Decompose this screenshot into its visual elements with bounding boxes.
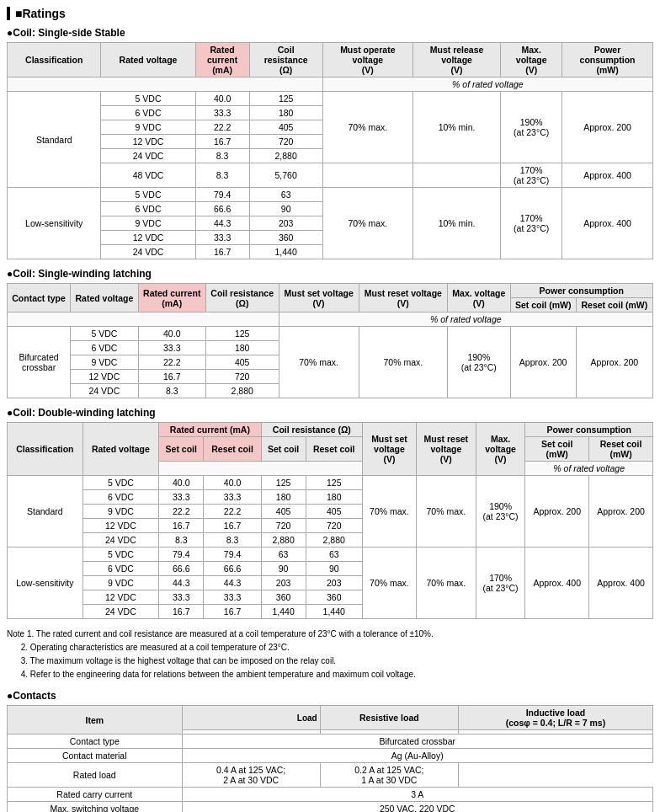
col-max-voltage: Max.voltage(V) (501, 43, 562, 77)
pct-note-single (8, 77, 323, 92)
res-low-1: 63 (249, 188, 322, 202)
dwl-set-coil-curr: Set coil (159, 437, 204, 462)
voltage-low-3: 9 VDC (101, 216, 195, 231)
swl-contact-type: Contact type (8, 284, 71, 313)
dwl-low-sr2: 90 (261, 562, 306, 576)
dwl-low-rr4: 360 (306, 590, 362, 605)
contacts-switching-voltage-val: 250 VAC, 220 VDC (182, 802, 652, 813)
note-1: Note 1. The rated current and coil resis… (7, 628, 653, 641)
contacts-rated-load-resistive: 0.4 A at 125 VAC;2 A at 30 VDC (182, 763, 320, 788)
operate-low: 70% max. (322, 188, 412, 259)
maxv-low: 170%(at 23°C) (501, 188, 562, 259)
current-std-1: 40.0 (195, 92, 249, 106)
dwl-low-sr3: 203 (261, 576, 306, 590)
dwl-low-class: Low-sensitivity (8, 548, 83, 619)
maxv-std: 190%(at 23°C) (501, 92, 562, 163)
swl-set-power: Approx. 200 (510, 327, 576, 398)
note-2: 2. Operating characteristics are measure… (7, 641, 653, 654)
contacts-load-col: Load (182, 706, 320, 730)
dwl-low-sc4: 33.3 (159, 590, 204, 605)
contacts-type-label: Contact type (8, 735, 183, 749)
dwl-std-class: Standard (8, 476, 83, 548)
current-low-2: 66.6 (195, 202, 249, 216)
dwl-std-must-set: 70% max. (362, 476, 416, 548)
voltage-std-3: 9 VDC (101, 120, 195, 135)
dwl-low-rr2: 90 (306, 562, 362, 576)
dwl-low-sc2: 66.6 (159, 562, 204, 576)
dwl-low-sr1: 63 (261, 548, 306, 562)
pct-note-single-val: % of rated voltage (322, 77, 652, 92)
release-std: 10% min. (412, 92, 501, 163)
swl-c3: 22.2 (138, 355, 205, 370)
swl-rated-current: Rated current(mA) (138, 284, 205, 313)
current-std-6: 8.3 (195, 163, 249, 188)
voltage-low-4: 12 VDC (101, 231, 195, 245)
contacts-material-val: Ag (Au-Alloy) (182, 749, 652, 763)
dwl-low-sr4: 360 (261, 590, 306, 605)
dwl-std-sr5: 2,880 (261, 533, 306, 548)
contacts-carry-val: 3 A (182, 788, 652, 802)
swl-r2: 180 (205, 341, 279, 355)
contacts-carry-label: Rated carry current (8, 788, 183, 802)
res-std-4: 720 (249, 135, 322, 149)
dwl-classification: Classification (8, 423, 83, 476)
res-low-4: 360 (249, 231, 322, 245)
section-title: ■Ratings (7, 7, 653, 20)
dwl-std-sc4: 16.7 (159, 519, 204, 533)
dwl-low-rr3: 203 (306, 576, 362, 590)
current-low-5: 16.7 (195, 245, 249, 259)
maxv-std-6: 170%(at 23°C) (501, 163, 562, 188)
dwl-max-voltage: Max.voltage(V) (476, 423, 525, 476)
dwl-low-sc1: 79.4 (159, 548, 204, 562)
dwl-reset-coil-mw: Reset coil(mW) (589, 437, 653, 462)
dwl-low-must-set: 70% max. (362, 548, 416, 619)
voltage-std-4: 12 VDC (101, 135, 195, 149)
dwl-set-coil-mw: Set coil(mW) (525, 437, 589, 462)
res-std-1: 125 (249, 92, 322, 106)
dwl-low-rc3: 44.3 (204, 576, 261, 590)
dwl-std-rc1: 40.0 (204, 476, 261, 490)
dwl-std-v3: 9 VDC (82, 505, 158, 519)
dwl-std-rc3: 22.2 (204, 505, 261, 519)
col-must-operate: Must operatevoltage(V) (322, 43, 412, 77)
dwl-low-v4: 12 VDC (82, 590, 158, 605)
dwl-reset-coil-curr: Reset coil (204, 437, 261, 462)
release-std-6 (412, 163, 501, 188)
notes-section: Note 1. The rated current and coil resis… (7, 628, 653, 681)
dwl-pct-val: % of rated voltage (525, 462, 653, 476)
contacts-inductive-col: Inductive load(cosφ = 0.4; L/R = 7 ms) (458, 706, 652, 730)
dwl-std-rr2: 180 (306, 490, 362, 505)
dwl-std-sr3: 405 (261, 505, 306, 519)
contacts-switching-voltage-label: Max. switching voltage (8, 802, 183, 813)
dwl-low-sr5: 1,440 (261, 605, 306, 619)
contacts-material-label: Contact material (8, 749, 183, 763)
note-3: 3. The maximum voltage is the highest vo… (7, 654, 653, 668)
dwl-low-rc5: 16.7 (204, 605, 261, 619)
power-std-6: Approx. 400 (562, 163, 653, 188)
dwl-std-v5: 24 VDC (82, 533, 158, 548)
dwl-power-header: Power consumption (525, 423, 653, 437)
contacts-table: Item Load Resistive load Inductive load(… (7, 705, 653, 812)
dwl-low-rr5: 1,440 (306, 605, 362, 619)
dwl-std-sc3: 22.2 (159, 505, 204, 519)
swl-r1: 125 (205, 327, 279, 341)
dwl-rated-current-header: Rated current (mA) (159, 423, 262, 437)
dwl-std-rc4: 16.7 (204, 519, 261, 533)
swl-r3: 405 (205, 355, 279, 370)
swl-v5: 24 VDC (71, 384, 139, 398)
swl-set-coil: Set coil (mW) (510, 298, 576, 313)
swl-r4: 720 (205, 370, 279, 384)
coil-single-side-table: Classification Rated voltage Ratedcurren… (7, 42, 653, 259)
dwl-low-rc2: 66.6 (204, 562, 261, 576)
swl-c4: 16.7 (138, 370, 205, 384)
swl-reset-power: Approx. 200 (576, 327, 652, 398)
voltage-std-1: 5 VDC (101, 92, 195, 106)
dwl-std-sr1: 125 (261, 476, 306, 490)
current-low-4: 33.3 (195, 231, 249, 245)
dwl-low-reset-power: Approx. 400 (589, 548, 653, 619)
res-std-6: 5,760 (249, 163, 322, 188)
coil-single-winding-table: Contact type Rated voltage Rated current… (7, 283, 653, 398)
power-std: Approx. 200 (562, 92, 653, 163)
swl-pct-note (8, 313, 279, 327)
swl-rated-voltage: Rated voltage (71, 284, 139, 313)
